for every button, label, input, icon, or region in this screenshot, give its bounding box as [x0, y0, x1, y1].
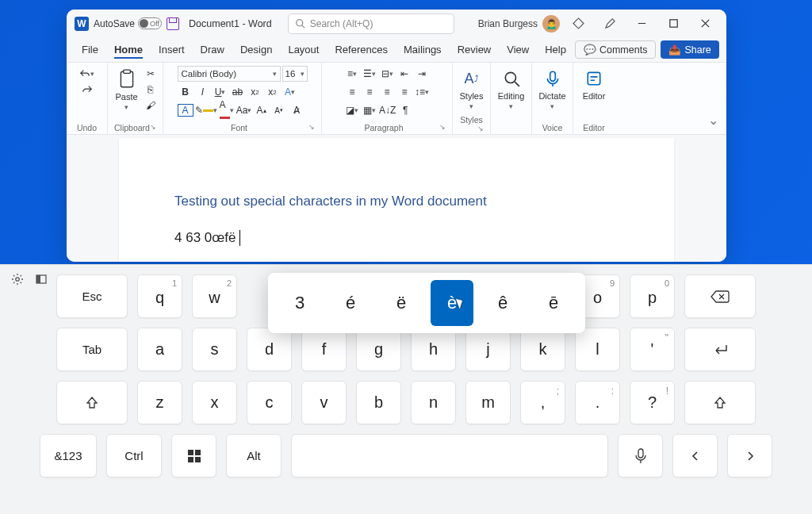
- copy-button[interactable]: ⎘: [143, 82, 159, 98]
- key-w[interactable]: w2: [192, 274, 237, 318]
- key-n[interactable]: n: [411, 381, 456, 424]
- popup-key-e-diaeresis[interactable]: ë: [380, 280, 423, 326]
- popup-key-3[interactable]: 3: [278, 280, 321, 326]
- clear-format-button[interactable]: A̷: [289, 102, 304, 118]
- key-m[interactable]: m: [465, 381, 511, 424]
- key-c[interactable]: c: [247, 381, 292, 424]
- cut-button[interactable]: ✂: [143, 66, 159, 82]
- multilevel-button[interactable]: ⊟▾: [379, 66, 395, 82]
- key-backspace[interactable]: [684, 274, 756, 318]
- save-icon[interactable]: [167, 17, 179, 30]
- menu-draw[interactable]: Draw: [193, 40, 232, 59]
- align-left-button[interactable]: ≡: [344, 84, 360, 100]
- bullets-button[interactable]: ≡▾: [344, 66, 360, 82]
- menu-insert[interactable]: Insert: [151, 40, 192, 59]
- numbering-button[interactable]: ☰▾: [362, 66, 377, 82]
- menu-design[interactable]: Design: [233, 40, 279, 59]
- shrink-font-button[interactable]: A▾: [271, 102, 287, 118]
- key-esc[interactable]: Esc: [56, 274, 128, 318]
- key-z[interactable]: z: [137, 381, 182, 424]
- font-size-select[interactable]: 16▾: [282, 66, 308, 82]
- menu-references[interactable]: References: [327, 40, 394, 59]
- undo-button[interactable]: ▾: [79, 66, 95, 82]
- key-windows[interactable]: [171, 434, 216, 478]
- sort-button[interactable]: A↓Z: [379, 102, 396, 118]
- paste-button[interactable]: Paste ▾: [112, 67, 140, 113]
- font-color-button[interactable]: A▾: [219, 102, 235, 118]
- share-button[interactable]: 📤 Share: [661, 40, 718, 59]
- styles-button[interactable]: A⤴ Styles▾: [457, 66, 487, 112]
- key-symbols[interactable]: &123: [40, 434, 97, 478]
- key-j[interactable]: j: [465, 328, 511, 371]
- key-comma[interactable]: ,;: [520, 381, 565, 424]
- key-d[interactable]: d: [247, 328, 292, 371]
- key-v[interactable]: v: [301, 381, 347, 424]
- popup-key-e-circumflex[interactable]: ê: [481, 280, 524, 326]
- gear-icon[interactable]: [11, 273, 24, 289]
- key-shift-right[interactable]: [684, 381, 756, 424]
- key-ctrl[interactable]: Ctrl: [106, 434, 162, 478]
- shading-button[interactable]: ◪▾: [344, 102, 360, 118]
- key-alt[interactable]: Alt: [226, 434, 282, 478]
- key-space[interactable]: [291, 434, 608, 478]
- user-account[interactable]: Brian Burgess 🙍‍♂️: [478, 15, 560, 33]
- format-painter-button[interactable]: 🖌: [143, 98, 159, 113]
- dock-icon[interactable]: [35, 273, 48, 289]
- key-s[interactable]: s: [192, 328, 237, 371]
- font-border-button[interactable]: A: [178, 104, 193, 117]
- underline-button[interactable]: U▾: [213, 84, 228, 100]
- editor-button[interactable]: Editor: [580, 66, 609, 102]
- change-case-button[interactable]: Aa▾: [236, 102, 252, 118]
- subscript-button[interactable]: x2: [247, 84, 263, 100]
- key-right[interactable]: [727, 434, 772, 478]
- key-h[interactable]: h: [411, 328, 456, 371]
- align-center-button[interactable]: ≡: [362, 84, 377, 100]
- search-box[interactable]: Search (Alt+Q): [288, 13, 454, 34]
- menu-review[interactable]: Review: [450, 40, 499, 59]
- decrease-indent-button[interactable]: ⇤: [396, 66, 412, 82]
- show-marks-button[interactable]: ¶: [397, 102, 413, 118]
- menu-home[interactable]: Home: [107, 40, 150, 59]
- menu-help[interactable]: Help: [538, 40, 573, 59]
- justify-button[interactable]: ≡: [396, 84, 412, 100]
- dictate-button[interactable]: Dictate▾: [535, 66, 569, 112]
- collapse-ribbon-icon[interactable]: ⌄: [708, 113, 718, 128]
- increase-indent-button[interactable]: ⇥: [414, 66, 430, 82]
- popup-key-e-grave[interactable]: è: [431, 280, 473, 326]
- key-apostrophe[interactable]: '": [630, 328, 675, 371]
- key-left[interactable]: [672, 434, 718, 478]
- toggle-switch[interactable]: Off: [138, 17, 162, 29]
- superscript-button[interactable]: x2: [265, 84, 281, 100]
- key-g[interactable]: g: [356, 328, 401, 371]
- key-period[interactable]: .:: [575, 381, 620, 424]
- menu-file[interactable]: File: [75, 40, 105, 59]
- line-spacing-button[interactable]: ↕≡▾: [414, 84, 430, 100]
- grow-font-button[interactable]: A▴: [254, 102, 270, 118]
- key-k[interactable]: k: [520, 328, 565, 371]
- maximize-icon[interactable]: [660, 13, 687, 35]
- bold-button[interactable]: B: [178, 84, 193, 100]
- editing-button[interactable]: Editing▾: [495, 66, 528, 112]
- key-x[interactable]: x: [192, 381, 237, 424]
- key-p[interactable]: p0: [630, 274, 675, 318]
- text-effects-button[interactable]: A▾: [282, 84, 298, 100]
- close-icon[interactable]: [691, 13, 718, 35]
- autosave-toggle[interactable]: AutoSave Off: [94, 17, 162, 29]
- key-question[interactable]: ?!: [630, 381, 675, 424]
- borders-button[interactable]: ▦▾: [362, 102, 377, 118]
- popup-key-e-macron[interactable]: ē: [532, 280, 575, 326]
- redo-button[interactable]: [79, 82, 95, 98]
- menu-view[interactable]: View: [500, 40, 536, 59]
- diamond-icon[interactable]: [565, 13, 592, 35]
- key-enter[interactable]: [684, 328, 756, 371]
- italic-button[interactable]: I: [195, 84, 211, 100]
- menu-layout[interactable]: Layout: [281, 40, 326, 59]
- highlight-button[interactable]: ✎▾: [195, 102, 217, 118]
- key-tab[interactable]: Tab: [56, 328, 128, 371]
- minimize-icon[interactable]: [628, 13, 655, 35]
- popup-key-e-acute[interactable]: é: [329, 280, 372, 326]
- key-q[interactable]: q1: [137, 274, 182, 318]
- key-b[interactable]: b: [356, 381, 401, 424]
- key-a[interactable]: a: [137, 328, 182, 371]
- key-l[interactable]: l: [575, 328, 620, 371]
